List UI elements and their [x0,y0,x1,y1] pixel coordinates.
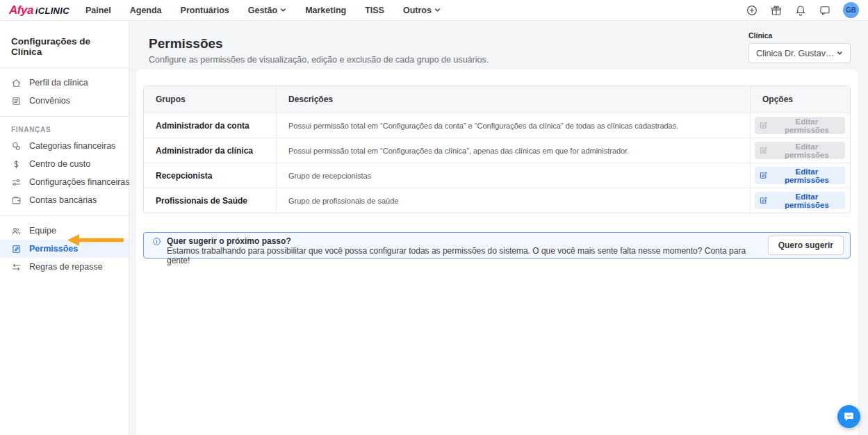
group-name: Profissionais de Saúde [144,188,276,213]
nav-outros[interactable]: Outros [403,6,441,15]
sidebar-item-configuracoes-financeiras[interactable]: Configurações financeiras [0,173,129,191]
notifications-bell-icon[interactable] [794,4,807,17]
banner-body: Estamos trabalhando para possibilitar qu… [167,246,768,265]
sidebar-item-regras-de-repasse[interactable]: Regras de repasse [0,258,129,276]
gift-icon[interactable] [770,4,783,17]
logo-afya: Afya [9,3,33,17]
support-chat-fab[interactable] [837,405,860,428]
swap-arrows-icon [11,262,22,272]
wallet-icon [11,195,22,206]
nav-tiss[interactable]: TISS [365,6,384,15]
clinic-select[interactable]: Clinica Dr. Gustavo … [748,43,851,63]
edit-pencil-icon [759,196,768,205]
column-header-grupos: Grupos [144,86,276,113]
clinic-selector: Clínica Clinica Dr. Gustavo … [748,31,851,63]
main-nav: Painel Agenda Prontuários Gestão Marketi… [85,6,441,15]
sidebar-item-equipe[interactable]: Equipe [0,222,129,240]
coins-icon [11,141,22,151]
team-people-icon [11,226,22,236]
table-row: Recepcionista Grupo de recepcionistas Ed… [144,163,850,188]
table-row: Administrador da conta Possui permissão … [144,113,850,138]
sidebar-item-convenios[interactable]: Convênios [0,92,129,110]
group-name: Administrador da clínica [144,138,276,163]
page-heading: Permissões Configure as permissões de vi… [149,31,489,65]
permissions-card: Grupos Descrições Opções Administrador d… [136,69,858,435]
edit-permissions-button[interactable]: Editar permissões [755,167,845,184]
clinic-select-value: Clinica Dr. Gustavo … [756,49,837,58]
page-title: Permissões [149,36,489,51]
divider [0,116,129,117]
nav-agenda[interactable]: Agenda [130,6,162,15]
edit-permissions-button: Editar permissões [755,142,845,159]
suggestion-banner: Quer sugerir o próximo passo? Estamos tr… [143,232,851,258]
topbar-actions: GB [746,2,859,18]
table-header: Grupos Descrições Opções [144,86,850,113]
nav-gestao[interactable]: Gestão [248,6,286,15]
sidebar-section-financas: FINANÇAS [0,120,129,137]
sidebar-title: Configurações de Clínica [0,29,129,67]
edit-pencil-icon [759,121,768,130]
chat-icon[interactable] [819,4,831,17]
sidebar-item-perfil-da-clinica[interactable]: Perfil da clínica [0,74,129,92]
app-logo[interactable]: Afya iCLINIC [9,3,69,17]
card-document-icon [11,96,22,106]
edit-pencil-icon [759,146,768,155]
sidebar-item-centro-de-custo[interactable]: Centro de custo [0,155,129,173]
nav-prontuarios[interactable]: Prontuários [181,6,229,15]
edit-pencil-icon [759,171,768,180]
chevron-down-icon [837,50,843,56]
sidebar-item-permissoes[interactable]: Permissões [0,240,129,258]
home-icon [11,78,22,88]
logo-iclinic: iCLINIC [35,6,69,16]
banner-title: Quer sugerir o próximo passo? [167,236,768,246]
group-name: Recepcionista [144,163,276,188]
sidebar-item-categorias-financeiras[interactable]: Categorias financeiras [0,137,129,155]
user-avatar[interactable]: GB [843,2,859,18]
add-circle-icon[interactable] [746,4,758,17]
group-description: Possui permissão total em “Configurações… [276,138,750,163]
group-description: Possui permissão total em “Configurações… [276,113,750,138]
chevron-down-icon [434,7,441,13]
permissions-table: Grupos Descrições Opções Administrador d… [143,85,851,213]
column-header-opcoes: Opções [750,86,850,113]
nav-painel[interactable]: Painel [85,6,111,15]
edit-permissions-button: Editar permissões [755,117,845,134]
group-name: Administrador da conta [144,113,276,138]
document-edit-icon [11,244,22,254]
group-description: Grupo de recepcionistas [276,163,750,188]
edit-permissions-button[interactable]: Editar permissões [755,192,845,209]
sidebar-item-contas-bancarias[interactable]: Contas bancárias [0,191,129,209]
sidebar: Configurações de Clínica Perfil da clíni… [0,21,129,435]
topbar: Afya iCLINIC Painel Agenda Prontuários G… [0,0,868,21]
main-content: Permissões Configure as permissões de vi… [129,21,868,435]
column-header-descricoes: Descrições [276,86,750,113]
sliders-icon [11,177,22,188]
suggest-button[interactable]: Quero sugerir [768,236,844,255]
table-row: Profissionais de Saúde Grupo de profissi… [144,188,850,213]
dollar-icon [11,159,22,170]
group-description: Grupo de profissionais de saúde [276,188,750,213]
clinic-select-label: Clínica [748,31,851,40]
info-icon [152,237,161,246]
chevron-down-icon [280,7,286,13]
chat-bubble-icon [843,411,855,422]
table-row: Administrador da clínica Possui permissã… [144,138,850,163]
nav-marketing[interactable]: Marketing [305,6,346,15]
page-subtitle: Configure as permissões de visualização,… [149,55,489,65]
